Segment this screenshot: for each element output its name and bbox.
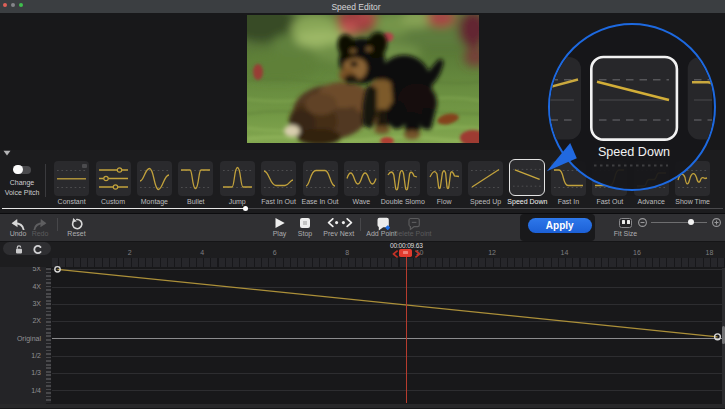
svg-text:Speed Down: Speed Down — [598, 145, 670, 159]
